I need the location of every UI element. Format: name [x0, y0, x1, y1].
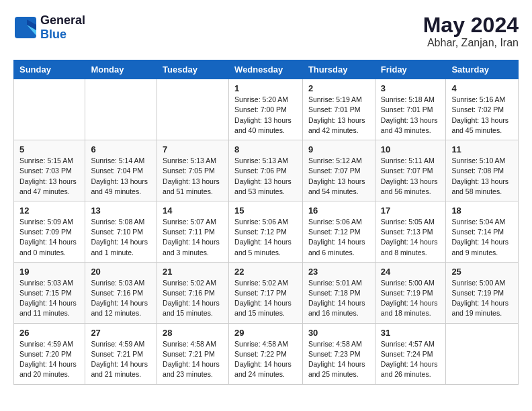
daylight-text: Daylight: 13 hours and 58 minutes.	[451, 177, 508, 195]
page-header: General Blue May 2024 Abhar, Zanjan, Ira…	[13, 13, 519, 49]
sunrise-text: Sunrise: 5:01 AM	[308, 279, 362, 287]
sunset-text: Sunset: 7:12 PM	[234, 228, 287, 236]
day-info: Sunrise: 5:01 AM Sunset: 7:18 PM Dayligh…	[308, 278, 369, 319]
day-info: Sunrise: 5:13 AM Sunset: 7:05 PM Dayligh…	[163, 156, 223, 197]
day-number: 14	[163, 205, 223, 216]
sunrise-text: Sunrise: 5:00 AM	[451, 279, 505, 287]
calendar-cell: 31 Sunrise: 4:57 AM Sunset: 7:24 PM Dayl…	[375, 323, 446, 384]
sunrise-text: Sunrise: 5:02 AM	[163, 279, 216, 287]
calendar-week-row: 19 Sunrise: 5:03 AM Sunset: 7:15 PM Dayl…	[14, 262, 519, 323]
day-number: 11	[451, 144, 513, 154]
calendar-cell: 12 Sunrise: 5:09 AM Sunset: 7:09 PM Dayl…	[14, 201, 85, 262]
daylight-text: Daylight: 14 hours and 15 minutes.	[163, 299, 220, 317]
sunrise-text: Sunrise: 5:03 AM	[91, 279, 144, 287]
day-number: 15	[234, 205, 297, 216]
daylight-text: Daylight: 13 hours and 47 minutes.	[19, 177, 77, 195]
weekday-header-cell: Wednesday	[229, 60, 303, 79]
calendar-week-row: 12 Sunrise: 5:09 AM Sunset: 7:09 PM Dayl…	[14, 201, 519, 262]
day-info: Sunrise: 5:10 AM Sunset: 7:08 PM Dayligh…	[451, 156, 513, 197]
sunset-text: Sunset: 7:00 PM	[234, 105, 287, 113]
calendar-cell: 15 Sunrise: 5:06 AM Sunset: 7:12 PM Dayl…	[229, 201, 303, 262]
sunset-text: Sunset: 7:01 PM	[381, 105, 433, 113]
sunset-text: Sunset: 7:14 PM	[451, 228, 504, 236]
calendar-cell: 19 Sunrise: 5:03 AM Sunset: 7:15 PM Dayl…	[14, 262, 85, 323]
daylight-text: Daylight: 13 hours and 49 minutes.	[91, 177, 148, 195]
calendar-cell: 3 Sunrise: 5:18 AM Sunset: 7:01 PM Dayli…	[375, 79, 446, 140]
calendar-cell: 10 Sunrise: 5:11 AM Sunset: 7:07 PM Dayl…	[375, 140, 446, 201]
sunset-text: Sunset: 7:12 PM	[308, 228, 361, 236]
daylight-text: Daylight: 14 hours and 3 minutes.	[163, 238, 220, 256]
daylight-text: Daylight: 14 hours and 12 minutes.	[91, 299, 148, 317]
day-number: 28	[163, 328, 223, 338]
day-info: Sunrise: 5:08 AM Sunset: 7:10 PM Dayligh…	[91, 217, 151, 258]
weekday-header-cell: Tuesday	[157, 60, 229, 79]
sunset-text: Sunset: 7:07 PM	[308, 167, 361, 175]
sunrise-text: Sunrise: 5:04 AM	[451, 218, 505, 226]
sunrise-text: Sunrise: 5:10 AM	[451, 156, 505, 165]
logo-blue: Blue	[40, 28, 85, 42]
day-number: 25	[451, 267, 513, 277]
calendar-cell: 14 Sunrise: 5:07 AM Sunset: 7:11 PM Dayl…	[157, 201, 229, 262]
day-info: Sunrise: 5:18 AM Sunset: 7:01 PM Dayligh…	[381, 95, 441, 136]
page-subtitle: Abhar, Zanjan, Iran	[423, 37, 519, 49]
calendar-cell: 26 Sunrise: 4:59 AM Sunset: 7:20 PM Dayl…	[14, 323, 85, 384]
daylight-text: Daylight: 14 hours and 9 minutes.	[451, 238, 508, 256]
day-info: Sunrise: 5:20 AM Sunset: 7:00 PM Dayligh…	[234, 95, 297, 136]
sunrise-text: Sunrise: 5:13 AM	[234, 156, 288, 165]
calendar-cell: 4 Sunrise: 5:16 AM Sunset: 7:02 PM Dayli…	[446, 79, 519, 140]
day-number: 5	[19, 144, 79, 154]
day-info: Sunrise: 4:59 AM Sunset: 7:20 PM Dayligh…	[19, 339, 79, 380]
day-number: 24	[381, 267, 441, 277]
day-number: 10	[381, 144, 441, 154]
sunset-text: Sunset: 7:09 PM	[19, 228, 72, 236]
day-number: 2	[308, 83, 369, 93]
daylight-text: Daylight: 14 hours and 16 minutes.	[308, 299, 365, 317]
daylight-text: Daylight: 13 hours and 43 minutes.	[381, 116, 438, 134]
day-number: 26	[19, 328, 79, 338]
sunset-text: Sunset: 7:18 PM	[308, 289, 361, 297]
sunrise-text: Sunrise: 5:05 AM	[381, 218, 435, 226]
sunset-text: Sunset: 7:15 PM	[19, 289, 72, 297]
weekday-header-row: SundayMondayTuesdayWednesdayThursdayFrid…	[14, 60, 519, 79]
sunset-text: Sunset: 7:06 PM	[234, 167, 287, 175]
sunrise-text: Sunrise: 5:06 AM	[234, 218, 288, 226]
weekday-header-cell: Friday	[375, 60, 446, 79]
sunrise-text: Sunrise: 5:09 AM	[19, 218, 73, 226]
daylight-text: Daylight: 13 hours and 40 minutes.	[234, 116, 292, 134]
calendar-cell: 7 Sunrise: 5:13 AM Sunset: 7:05 PM Dayli…	[157, 140, 229, 201]
daylight-text: Daylight: 14 hours and 6 minutes.	[308, 238, 365, 256]
calendar-cell: 5 Sunrise: 5:15 AM Sunset: 7:03 PM Dayli…	[14, 140, 85, 201]
sunset-text: Sunset: 7:04 PM	[91, 167, 143, 175]
day-info: Sunrise: 5:07 AM Sunset: 7:11 PM Dayligh…	[163, 217, 223, 258]
sunrise-text: Sunrise: 5:08 AM	[91, 218, 144, 226]
weekday-header-cell: Monday	[85, 60, 157, 79]
day-info: Sunrise: 4:59 AM Sunset: 7:21 PM Dayligh…	[91, 339, 151, 380]
logo: General Blue	[13, 13, 85, 42]
day-number: 6	[91, 144, 151, 154]
sunrise-text: Sunrise: 5:15 AM	[19, 156, 73, 165]
day-number: 17	[381, 205, 441, 216]
sunrise-text: Sunrise: 5:00 AM	[381, 279, 435, 287]
day-info: Sunrise: 4:58 AM Sunset: 7:22 PM Dayligh…	[234, 339, 297, 380]
day-number: 4	[451, 83, 513, 93]
sunrise-text: Sunrise: 5:16 AM	[451, 95, 505, 103]
calendar-cell: 2 Sunrise: 5:19 AM Sunset: 7:01 PM Dayli…	[302, 79, 375, 140]
daylight-text: Daylight: 14 hours and 26 minutes.	[381, 360, 438, 378]
calendar-cell: 22 Sunrise: 5:02 AM Sunset: 7:17 PM Dayl…	[229, 262, 303, 323]
day-info: Sunrise: 4:58 AM Sunset: 7:23 PM Dayligh…	[308, 339, 369, 380]
calendar-week-row: 26 Sunrise: 4:59 AM Sunset: 7:20 PM Dayl…	[14, 323, 519, 384]
calendar-cell: 28 Sunrise: 4:58 AM Sunset: 7:21 PM Dayl…	[157, 323, 229, 384]
weekday-header-cell: Thursday	[302, 60, 375, 79]
day-info: Sunrise: 5:12 AM Sunset: 7:07 PM Dayligh…	[308, 156, 369, 197]
day-number: 22	[234, 267, 297, 277]
daylight-text: Daylight: 14 hours and 24 minutes.	[234, 360, 292, 378]
day-info: Sunrise: 5:02 AM Sunset: 7:17 PM Dayligh…	[234, 278, 297, 319]
sunrise-text: Sunrise: 4:59 AM	[91, 340, 144, 348]
day-number: 18	[451, 205, 513, 216]
sunset-text: Sunset: 7:16 PM	[163, 289, 215, 297]
logo-icon	[13, 15, 38, 40]
sunrise-text: Sunrise: 5:12 AM	[308, 156, 362, 165]
sunset-text: Sunset: 7:21 PM	[91, 350, 143, 358]
daylight-text: Daylight: 14 hours and 8 minutes.	[381, 238, 438, 256]
daylight-text: Daylight: 14 hours and 21 minutes.	[91, 360, 148, 378]
